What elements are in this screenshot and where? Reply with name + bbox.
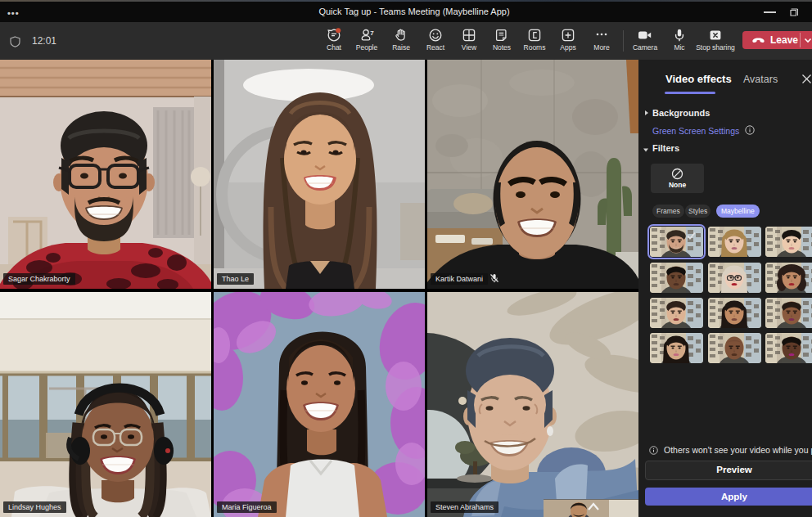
svg-text:7: 7 [370,29,374,37]
